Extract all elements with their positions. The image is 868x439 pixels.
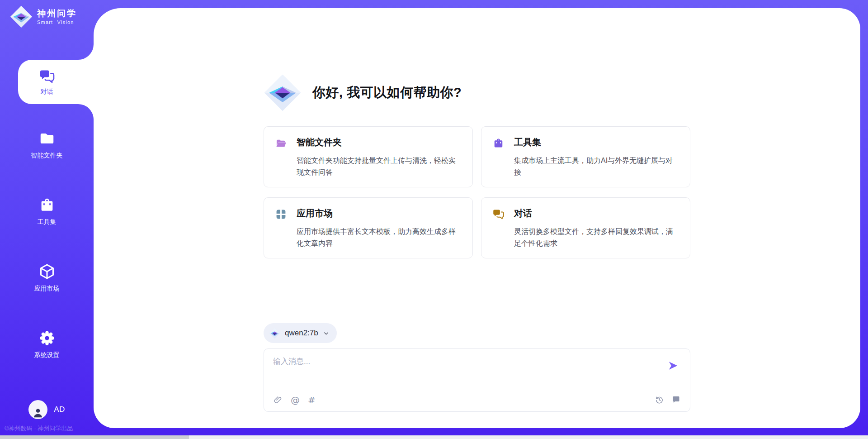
- message-input[interactable]: [273, 356, 661, 380]
- comment-icon: [671, 395, 681, 405]
- greeting-title: 你好, 我可以如何帮助你?: [312, 84, 462, 102]
- user-name: AD: [54, 405, 65, 414]
- folder-open-icon: [275, 137, 287, 149]
- scrollbar-thumb[interactable]: [0, 435, 189, 439]
- sidebar-item-app-market[interactable]: 应用市场: [0, 244, 94, 311]
- topic-button[interactable]: #: [308, 396, 316, 405]
- sidebar-item-label: 工具集: [38, 218, 57, 226]
- chat-bubbles-icon: [492, 208, 505, 220]
- model-selector[interactable]: qwen2:7b: [264, 323, 337, 343]
- gear-icon: [38, 329, 56, 347]
- model-name: qwen2:7b: [285, 329, 318, 338]
- card-toolset[interactable]: 工具集 集成市场上主流工具，助力AI与外界无缝扩展与对接: [481, 126, 690, 187]
- paperclip-icon: [273, 395, 283, 405]
- sidebar-item-label: 系统设置: [34, 351, 60, 359]
- feature-cards: 智能文件夹 智能文件夹功能支持批量文件上传与清洗，轻松实现文件问答 工具集 集成…: [264, 126, 690, 258]
- toolbox-icon: [492, 137, 505, 149]
- active-tab-curve-bottom: [78, 104, 94, 119]
- chevron-down-icon: [323, 330, 330, 337]
- avatar: [28, 400, 47, 419]
- composer-toolbar: @ #: [273, 395, 681, 405]
- sidebar-item-smart-folder[interactable]: 智能文件夹: [0, 111, 94, 178]
- greeting-row: 你好, 我可以如何帮助你?: [264, 74, 690, 112]
- chat-bubbles-icon: [39, 68, 55, 85]
- composer: qwen2:7b: [264, 323, 690, 412]
- card-title: 对话: [514, 207, 679, 222]
- active-tab-curve-top: [78, 44, 94, 60]
- diamond-logo-icon: [10, 5, 33, 28]
- copyright-footer: ©神州数码 · 神州问学出品: [5, 425, 73, 433]
- card-description: 灵活切换多模型文件，支持多样回复效果调试，满足个性化需求: [514, 226, 679, 249]
- input-divider: [271, 384, 683, 384]
- sidebar-nav: 对话 智能文件夹 工具集 应用市场: [0, 60, 94, 377]
- app-root: { "brand": { "name": "神州问学", "subtitle":…: [0, 0, 868, 439]
- diamond-logo-icon: [269, 328, 280, 339]
- diamond-logo-icon: [264, 74, 302, 112]
- sidebar-item-settings[interactable]: 系统设置: [0, 311, 94, 377]
- brand-logo: 神州问学 Smart Vision: [10, 5, 77, 28]
- folder-icon: [38, 130, 56, 147]
- toolbox-icon: [38, 196, 56, 214]
- main-panel: 你好, 我可以如何帮助你? 智能文件夹 智能文件夹功能支持批量文件上传与清洗，轻…: [94, 8, 860, 428]
- new-chat-button[interactable]: [671, 395, 681, 405]
- card-description: 应用市场提供丰富长文本模板，助力高效生成多样化文章内容: [297, 226, 462, 249]
- sidebar-item-label: 对话: [41, 88, 53, 96]
- send-icon: [667, 360, 679, 372]
- message-input-box: @ #: [264, 348, 690, 412]
- brand-name: 神州问学: [37, 9, 77, 19]
- history-button[interactable]: [655, 395, 664, 405]
- cube-icon: [38, 263, 56, 280]
- mention-button[interactable]: @: [291, 396, 300, 405]
- sidebar-item-label: 应用市场: [34, 285, 60, 293]
- horizontal-scrollbar[interactable]: [0, 435, 868, 439]
- card-title: 工具集: [514, 136, 679, 151]
- card-title: 智能文件夹: [297, 136, 462, 151]
- user-avatar-icon: [31, 406, 45, 419]
- hash-icon: #: [308, 396, 316, 405]
- card-app-market[interactable]: 应用市场 应用市场提供丰富长文本模板，助力高效生成多样化文章内容: [264, 197, 473, 258]
- card-smart-folder[interactable]: 智能文件夹 智能文件夹功能支持批量文件上传与清洗，轻松实现文件问答: [264, 126, 473, 187]
- card-description: 智能文件夹功能支持批量文件上传与清洗，轻松实现文件问答: [297, 155, 462, 178]
- welcome-content: 你好, 我可以如何帮助你? 智能文件夹 智能文件夹功能支持批量文件上传与清洗，轻…: [264, 74, 690, 258]
- card-description: 集成市场上主流工具，助力AI与外界无缝扩展与对接: [514, 155, 679, 178]
- card-title: 应用市场: [297, 207, 462, 222]
- history-icon: [655, 395, 664, 405]
- at-icon: @: [291, 396, 300, 405]
- send-button[interactable]: [667, 360, 679, 372]
- sidebar-item-chat[interactable]: 对话: [0, 60, 94, 104]
- sidebar: 神州问学 Smart Vision 对话 智能文件夹 工具集: [0, 0, 94, 439]
- card-chat[interactable]: 对话 灵活切换多模型文件，支持多样回复效果调试，满足个性化需求: [481, 197, 690, 258]
- sidebar-item-toolset[interactable]: 工具集: [0, 178, 94, 244]
- user-profile[interactable]: AD: [0, 400, 94, 419]
- grid-icon: [275, 208, 287, 220]
- sidebar-item-label: 智能文件夹: [31, 152, 63, 160]
- brand-subtitle: Smart Vision: [37, 19, 77, 25]
- attach-file-button[interactable]: [273, 395, 283, 405]
